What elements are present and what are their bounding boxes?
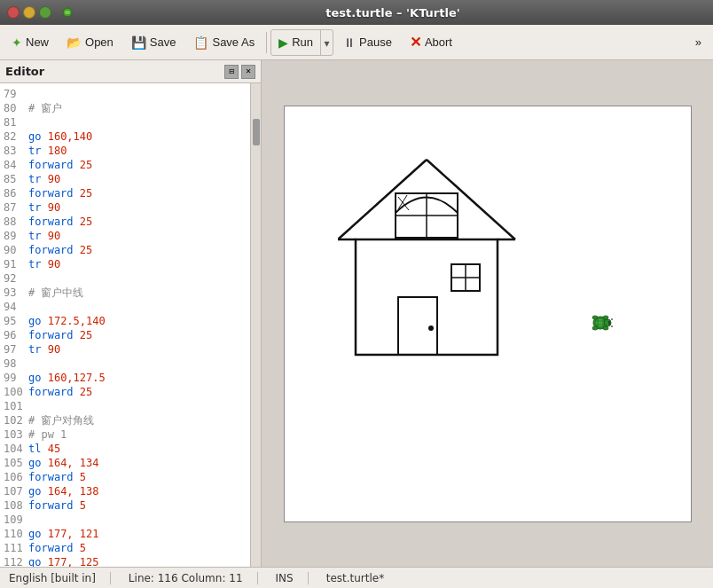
table-row: 94	[0, 300, 250, 314]
table-row: 79	[0, 87, 250, 101]
line-code: go 177, 121	[28, 527, 98, 541]
line-number: 85	[4, 172, 28, 186]
table-row: 108forward 5	[0, 498, 250, 513]
table-row: 82go 160,140	[0, 129, 250, 144]
line-number: 100	[4, 385, 28, 399]
table-row: 91tr 90	[0, 257, 250, 271]
line-code: forward 25	[28, 186, 92, 200]
line-number: 108	[4, 498, 28, 513]
table-row: 109	[0, 513, 250, 527]
table-row: 111forward 5	[0, 541, 250, 555]
line-code: tr 90	[28, 172, 60, 186]
line-number: 79	[4, 87, 28, 101]
line-code: forward 25	[28, 158, 92, 172]
editor-content[interactable]: 7980# 窗户8182go 160,14083tr 18084forward …	[0, 83, 250, 567]
more-button[interactable]: »	[687, 31, 709, 53]
table-row: 112go 177, 125	[0, 555, 250, 567]
run-button[interactable]: Run	[271, 30, 320, 55]
run-dropdown[interactable]	[320, 30, 333, 55]
editor-body: 7980# 窗户8182go 160,14083tr 18084forward …	[0, 83, 261, 567]
line-code: forward 25	[28, 385, 92, 399]
table-row: 93# 窗户中线	[0, 286, 250, 300]
table-row: 90forward 25	[0, 243, 250, 257]
table-row: 84forward 25	[0, 158, 250, 172]
close-button[interactable]	[7, 6, 20, 19]
editor-undock-button[interactable]: ⊟	[224, 65, 239, 79]
table-row: 97tr 90	[0, 342, 250, 357]
chevron-down-icon	[325, 34, 330, 51]
line-code: tr 90	[28, 342, 60, 357]
editor-close-button[interactable]: ✕	[241, 65, 255, 79]
titlebar: test.turtle – 'KTurtle'	[0, 0, 713, 25]
line-code: forward 5	[28, 498, 86, 513]
table-row: 86forward 25	[0, 186, 250, 200]
table-row: 87tr 90	[0, 200, 250, 215]
table-row: 89tr 90	[0, 229, 250, 243]
minimize-button[interactable]	[23, 6, 35, 19]
pause-icon	[343, 35, 356, 50]
svg-point-27	[603, 316, 608, 319]
line-code: tr 180	[28, 144, 67, 158]
line-code: go 172.5,140	[28, 314, 106, 328]
line-number: 91	[4, 257, 28, 271]
save-label: Save	[150, 35, 176, 49]
status-file: test.turtle*	[326, 572, 385, 584]
line-number: 93	[4, 286, 28, 300]
line-code: go 160,140	[28, 129, 92, 144]
line-code: forward 25	[28, 328, 92, 342]
line-number: 97	[4, 342, 28, 357]
line-number: 96	[4, 328, 28, 342]
saveas-button[interactable]: Save As	[185, 31, 262, 54]
line-number: 102	[4, 413, 28, 427]
line-code: tl 45	[28, 442, 60, 456]
line-number: 99	[4, 371, 28, 385]
line-number: 80	[4, 101, 28, 115]
line-number: 94	[4, 300, 28, 314]
save-icon	[131, 35, 146, 50]
table-row: 101	[0, 399, 250, 413]
svg-point-16	[428, 325, 434, 331]
open-button[interactable]: Open	[59, 31, 121, 54]
new-icon	[12, 35, 22, 50]
line-code: # 窗户	[28, 101, 62, 115]
svg-point-24	[604, 319, 611, 326]
line-number: 112	[4, 555, 28, 567]
run-icon	[278, 35, 288, 50]
canvas-panel	[262, 60, 713, 567]
pause-button[interactable]: Pause	[335, 31, 400, 54]
line-number: 86	[4, 186, 28, 200]
line-number: 92	[4, 271, 28, 286]
svg-point-26	[592, 326, 598, 330]
table-row: 104tl 45	[0, 442, 250, 456]
table-row: 96forward 25	[0, 328, 250, 342]
new-button[interactable]: New	[4, 31, 57, 54]
canvas-area	[284, 106, 692, 522]
editor-scrollbar[interactable]	[250, 83, 261, 567]
svg-point-1	[65, 11, 70, 14]
toolbar: New Open Save Save As Run Pause Abort »	[0, 25, 713, 60]
line-code: go 177, 125	[28, 555, 98, 567]
app-icon	[60, 5, 74, 20]
save-button[interactable]: Save	[123, 31, 184, 54]
abort-button[interactable]: Abort	[402, 29, 460, 55]
toolbar-separator-1	[266, 32, 267, 53]
line-code: # pw 1	[28, 427, 67, 442]
table-row: 106forward 5	[0, 470, 250, 484]
line-number: 84	[4, 158, 28, 172]
line-number: 98	[4, 357, 28, 371]
editor-header: Editor ⊟ ✕	[0, 60, 261, 83]
line-number: 104	[4, 442, 28, 456]
saveas-icon	[193, 35, 208, 50]
maximize-button[interactable]	[39, 6, 51, 19]
table-row: 85tr 90	[0, 172, 250, 186]
saveas-label: Save As	[212, 35, 255, 49]
table-row: 92	[0, 271, 250, 286]
svg-point-25	[592, 316, 598, 319]
run-label: Run	[292, 35, 313, 49]
line-number: 110	[4, 527, 28, 541]
line-number: 89	[4, 229, 28, 243]
abort-icon	[410, 34, 421, 51]
line-code: tr 90	[28, 229, 60, 243]
line-number: 107	[4, 484, 28, 498]
open-label: Open	[85, 35, 114, 49]
